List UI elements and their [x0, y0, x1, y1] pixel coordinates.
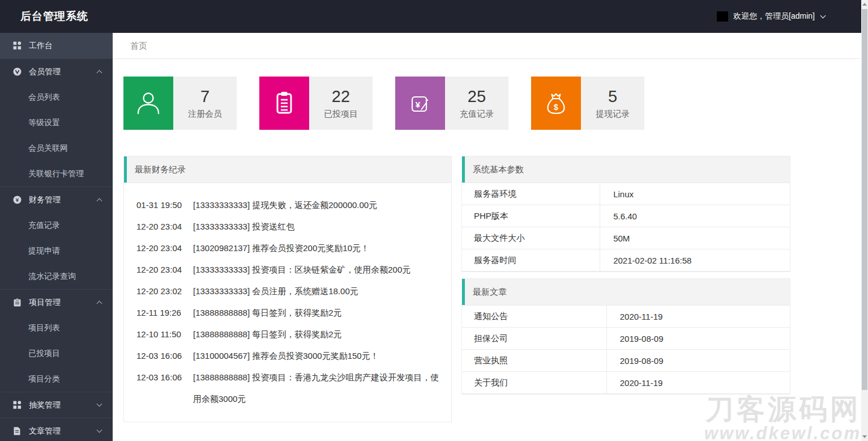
- panel-title: 最新财务纪录: [124, 164, 186, 175]
- stat-card-info: 5 提现记录: [581, 77, 644, 130]
- admin-dashboard-page: 后台管理系统 欢迎您，管理员[admin] 工作台 会员管理: [0, 0, 868, 441]
- sidebar-item-article-management[interactable]: 文章管理: [0, 418, 113, 441]
- scrollbar-thumb[interactable]: [862, 9, 867, 390]
- app-title: 后台管理系统: [0, 9, 88, 24]
- grid-icon: [12, 41, 22, 50]
- sidebar-subitem-bank-card-management[interactable]: 关联银行卡管理: [0, 161, 113, 186]
- param-label: 最大文件大小: [462, 227, 600, 249]
- article-date: 2020-11-19: [606, 372, 790, 393]
- record-text: [13333333333] 投资项目：区块链紫金矿，使用余额200元: [193, 259, 440, 281]
- scroll-down-arrow-icon[interactable]: [862, 435, 867, 438]
- sidebar-subitem-project-categories[interactable]: 项目分类: [0, 366, 113, 392]
- system-params-panel-header: 系统基本参数: [462, 156, 790, 183]
- avatar[interactable]: [717, 11, 728, 22]
- breadcrumb-home-link[interactable]: 首页: [130, 41, 147, 50]
- stat-card-recharge-records[interactable]: ¥ 25 充值记录: [395, 77, 508, 130]
- sidebar-item-project-management[interactable]: 项目管理: [0, 290, 113, 315]
- finance-record: 12-10 11:50[13888888888] 每日签到，获得奖励2元: [136, 324, 440, 345]
- table-row: 服务器时间2021-02-02 11:16:58: [462, 249, 790, 272]
- sidebar-subitem-withdrawal-requests[interactable]: 提现申请: [0, 238, 113, 264]
- param-label: PHP版本: [462, 205, 600, 227]
- record-text: [13888888888] 每日签到，获得奖励2元: [193, 302, 440, 324]
- finance-records-panel: 最新财务纪录 01-31 19:50[13333333333] 提现失败，返还金…: [123, 156, 452, 422]
- article-title[interactable]: 通知公告: [462, 306, 606, 327]
- stat-card-withdrawal-records[interactable]: $ 5 提现记录: [531, 77, 644, 130]
- article-title[interactable]: 担保公司: [462, 328, 606, 349]
- chevron-up-icon: [97, 70, 102, 76]
- record-text: [13020982137] 推荐会员投资200元奖励10元！: [193, 238, 440, 259]
- latest-articles-panel: 最新文章 通知公告2020-11-19 担保公司2019-08-09 营业执照2…: [461, 278, 790, 395]
- record-time: 12-03 16:06: [136, 345, 193, 367]
- sidebar-item-label: 抽奖管理: [29, 400, 97, 410]
- table-row: 关于我们2020-11-19: [462, 372, 790, 394]
- record-time: 01-31 19:50: [136, 194, 193, 216]
- stat-card-invested-projects[interactable]: 22 已投项目: [259, 77, 373, 130]
- sidebar-item-lottery-management[interactable]: 抽奖管理: [0, 392, 113, 418]
- chevron-down-icon: [820, 12, 826, 18]
- user-icon: [123, 77, 173, 130]
- sidebar-subitem-transaction-query[interactable]: 流水记录查询: [0, 264, 113, 289]
- sidebar-subitem-invested-projects[interactable]: 已投项目: [0, 341, 113, 366]
- latest-articles-panel-header: 最新文章: [462, 279, 790, 306]
- stat-label: 提现记录: [596, 109, 630, 120]
- record-time: 12-20 23:04: [136, 238, 193, 259]
- scroll-up-arrow-icon[interactable]: [862, 3, 867, 6]
- record-time: 12-20 23:04: [136, 216, 193, 238]
- record-time: 12-20 23:04: [136, 259, 193, 281]
- sidebar-group-member-management: 会员管理 会员列表 等级设置 会员关联网 关联银行卡管理: [0, 58, 113, 186]
- panel-title: 最新文章: [462, 287, 507, 298]
- param-label: 服务器环境: [462, 183, 600, 205]
- table-row: 服务器环境Linux: [462, 183, 790, 205]
- svg-text:$: $: [554, 103, 558, 112]
- sidebar-item-finance-management[interactable]: ¥ 财务管理: [0, 187, 113, 213]
- article-title[interactable]: 营业执照: [462, 350, 606, 371]
- article-title[interactable]: 关于我们: [462, 372, 606, 393]
- stat-value: 25: [468, 87, 486, 106]
- stat-card-info: 25 充值记录: [445, 77, 508, 130]
- table-row: 营业执照2019-08-09: [462, 350, 790, 372]
- finance-record: 12-03 16:06[13888888888] 投资项目：香港九龙尖沙咀房产建…: [136, 367, 440, 410]
- sidebar-subitem-member-list[interactable]: 会员列表: [0, 84, 113, 110]
- clipboard-icon: [12, 298, 22, 307]
- table-row: 最大文件大小50M: [462, 227, 790, 249]
- param-label: 服务器时间: [462, 249, 600, 271]
- sidebar-subitem-member-network[interactable]: 会员关联网: [0, 135, 113, 161]
- param-value: 50M: [600, 227, 790, 249]
- param-value: 2021-02-02 11:16:58: [600, 249, 790, 271]
- svg-text:¥: ¥: [416, 100, 421, 109]
- sidebar-subitem-project-list[interactable]: 项目列表: [0, 315, 113, 341]
- user-menu[interactable]: 欢迎您，管理员[admin]: [717, 11, 861, 22]
- sidebar-item-label: 文章管理: [29, 426, 97, 436]
- stat-label: 已投项目: [324, 109, 358, 120]
- sidebar-group-lottery-management: 抽奖管理: [0, 392, 113, 418]
- chevron-up-icon: [97, 301, 102, 307]
- sidebar-item-workbench[interactable]: 工作台: [0, 33, 113, 58]
- yen-card-icon: ¥: [395, 77, 445, 130]
- stat-card-registered-members[interactable]: 7 注册会员: [123, 77, 237, 130]
- record-time: 12-11 19:26: [136, 302, 193, 324]
- panel-title: 系统基本参数: [462, 164, 524, 175]
- record-text: [13888888888] 每日签到，获得奖励2元: [193, 324, 440, 345]
- finance-records-list: 01-31 19:50[13333333333] 提现失败，返还金额200000…: [124, 183, 451, 410]
- breadcrumb: 首页: [113, 33, 861, 59]
- system-params-panel: 系统基本参数 服务器环境Linux PHP版本5.6.40 最大文件大小50M …: [461, 156, 790, 272]
- grid-icon: [12, 401, 22, 409]
- sidebar-group-workbench: 工作台: [0, 33, 113, 58]
- sidebar-group-article-management: 文章管理: [0, 418, 113, 441]
- sidebar-subitem-recharge-records[interactable]: 充值记录: [0, 213, 113, 238]
- vertical-scrollbar[interactable]: [861, 0, 868, 441]
- article-date: 2019-08-09: [606, 350, 790, 371]
- article-date: 2020-11-19: [606, 306, 790, 327]
- sidebar-item-label: 会员管理: [29, 67, 97, 77]
- sidebar-subitem-level-settings[interactable]: 等级设置: [0, 110, 113, 135]
- sidebar-group-project-management: 项目管理 项目列表 已投项目 项目分类: [0, 289, 113, 392]
- record-time: 12-03 16:06: [136, 367, 193, 410]
- record-text: [13100004567] 推荐会员投资3000元奖励150元！: [193, 345, 440, 367]
- sidebar-item-member-management[interactable]: 会员管理: [0, 59, 113, 84]
- sidebar-item-label: 工作台: [29, 41, 101, 51]
- table-row: 通知公告2020-11-19: [462, 306, 790, 328]
- finance-record: 12-20 23:02[13333333333] 会员注册，系统赠送18.00元: [136, 281, 440, 302]
- yen-circle-icon: ¥: [12, 196, 22, 204]
- stat-value: 22: [332, 87, 350, 106]
- chevron-down-icon: [97, 401, 102, 407]
